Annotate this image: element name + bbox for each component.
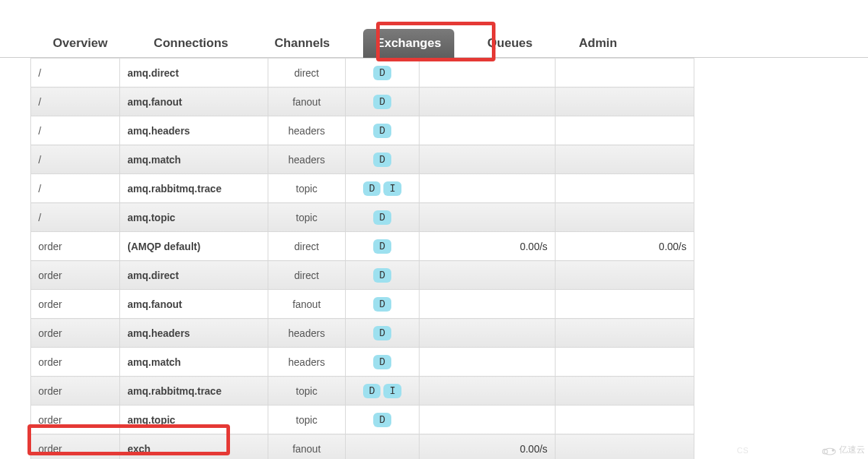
cell-rate-in [420, 145, 556, 174]
cell-type: direct [268, 261, 346, 290]
cell-rate-in [420, 261, 556, 290]
cell-name[interactable]: (AMQP default) [120, 232, 268, 261]
feature-badge: D [373, 210, 391, 225]
cell-type: topic [268, 174, 346, 203]
cell-features: D [345, 87, 420, 116]
cell-rate-in [420, 406, 556, 434]
cell-vhost: / [31, 203, 120, 232]
feature-badge: D [373, 239, 391, 254]
cell-name[interactable]: amq.topic [120, 203, 268, 232]
cell-name[interactable]: exch [120, 434, 268, 460]
cell-rate-out [555, 174, 694, 203]
cell-name[interactable]: amq.match [120, 348, 268, 377]
cell-vhost: order [31, 434, 120, 460]
svg-point-2 [832, 449, 834, 451]
cell-name[interactable]: amq.topic [120, 406, 268, 434]
cell-rate-out [555, 145, 694, 174]
cell-vhost: order [31, 348, 120, 377]
table-row: /amq.directdirectD [31, 59, 694, 87]
cell-type: fanout [268, 434, 346, 460]
cell-name[interactable]: amq.match [120, 145, 268, 174]
cell-vhost: / [31, 87, 120, 116]
cell-features [345, 434, 420, 460]
cell-features: D [345, 203, 420, 232]
cell-rate-out [555, 203, 694, 232]
table-row: orderamq.headersheadersD [31, 319, 694, 348]
cell-name[interactable]: amq.headers [120, 116, 268, 145]
cell-rate-out [555, 59, 694, 87]
cell-rate-in [420, 87, 556, 116]
tab-queues[interactable]: Queues [475, 29, 545, 58]
cell-rate-in: 0.00/s [420, 232, 556, 261]
cell-vhost: order [31, 261, 120, 290]
cell-features: DI [345, 377, 420, 406]
tab-connections[interactable]: Connections [141, 29, 242, 58]
feature-badge: D [373, 413, 391, 427]
cell-rate-in [420, 290, 556, 319]
table-row: /amq.matchheadersD [31, 145, 694, 174]
cell-vhost: order [31, 290, 120, 319]
table-row: /amq.fanoutfanoutD [31, 87, 694, 116]
cell-vhost: / [31, 116, 120, 145]
cell-vhost: / [31, 59, 120, 87]
feature-badge: D [373, 297, 391, 312]
table-row: orderamq.matchheadersD [31, 348, 694, 377]
cell-features: D [345, 232, 420, 261]
cell-name[interactable]: amq.fanout [120, 87, 268, 116]
cell-name[interactable]: amq.fanout [120, 290, 268, 319]
cell-rate-in [420, 174, 556, 203]
cell-rate-out [555, 116, 694, 145]
cell-features: DI [345, 174, 420, 203]
cell-rate-out [555, 406, 694, 434]
tab-overview[interactable]: Overview [40, 29, 121, 58]
cell-name[interactable]: amq.headers [120, 319, 268, 348]
cell-features: D [345, 145, 420, 174]
tab-exchanges[interactable]: Exchanges [363, 29, 454, 58]
cell-features: D [345, 116, 420, 145]
watermark-logo: 亿速云 [820, 444, 865, 456]
table-row: orderexchfanout0.00/s [31, 434, 694, 460]
cell-features: D [345, 348, 420, 377]
cell-rate-out [555, 290, 694, 319]
cell-type: headers [268, 319, 346, 348]
cell-name[interactable]: amq.rabbitmq.trace [120, 377, 268, 406]
cell-type: direct [268, 232, 346, 261]
cell-type: direct [268, 59, 346, 87]
feature-badge: D [373, 124, 391, 138]
cell-rate-in [420, 319, 556, 348]
feature-badge: D [373, 355, 391, 369]
cell-rate-out [555, 319, 694, 348]
table-row: orderamq.directdirectD [31, 261, 694, 290]
cell-rate-out [555, 261, 694, 290]
table-row: /amq.headersheadersD [31, 116, 694, 145]
cell-name[interactable]: amq.rabbitmq.trace [120, 174, 268, 203]
exchanges-table: /amq.directdirectD/amq.fanoutfanoutD/amq… [30, 58, 694, 459]
cell-features: D [345, 290, 420, 319]
feature-badge: I [383, 181, 401, 196]
table-row: orderamq.topictopicD [31, 406, 694, 434]
cell-vhost: / [31, 174, 120, 203]
cell-rate-in [420, 348, 556, 377]
cell-vhost: order [31, 232, 120, 261]
table-row: order(AMQP default)directD0.00/s0.00/s [31, 232, 694, 261]
cell-rate-out: 0.00/s [555, 232, 694, 261]
feature-badge: D [373, 153, 391, 167]
tab-channels[interactable]: Channels [262, 29, 344, 58]
cell-rate-in [420, 203, 556, 232]
cell-type: headers [268, 145, 346, 174]
cell-type: topic [268, 406, 346, 434]
cell-type: topic [268, 377, 346, 406]
cell-type: fanout [268, 87, 346, 116]
cell-vhost: / [31, 145, 120, 174]
cell-rate-out [555, 377, 694, 406]
table-row: orderamq.rabbitmq.tracetopicDI [31, 377, 694, 406]
cell-type: headers [268, 116, 346, 145]
cell-vhost: order [31, 406, 120, 434]
tab-admin[interactable]: Admin [566, 29, 630, 58]
watermark-cs: CS [737, 446, 749, 455]
feature-badge: D [363, 384, 380, 398]
cell-name[interactable]: amq.direct [120, 261, 268, 290]
cell-name[interactable]: amq.direct [120, 59, 268, 87]
feature-badge: I [383, 384, 401, 398]
feature-badge: D [363, 181, 380, 196]
